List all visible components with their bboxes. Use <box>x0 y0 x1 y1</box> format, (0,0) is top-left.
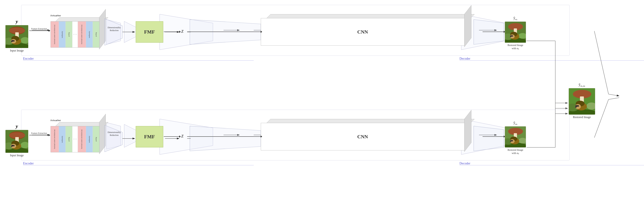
top-output-label: Restored Imagewith α₁ <box>508 44 523 50</box>
top-col4: fractional scatnet convolution (α₁) <box>81 25 83 44</box>
bottom-dim-reduction-label: Dimensionality Reduction <box>106 131 122 137</box>
bottom-decoder-label: Decoder <box>460 162 470 165</box>
svg-marker-8 <box>160 119 213 154</box>
top-col1: fractional scatnet convolution (α₁) <box>54 25 56 44</box>
svg-marker-40 <box>190 20 261 44</box>
top-feature-extraction-label: Feature Extraction <box>31 28 47 30</box>
top-z-cnn-arrow <box>187 32 261 32</box>
top-col5: nonlinearity <box>88 31 90 38</box>
bottom-encoder-line <box>23 165 254 165</box>
top-z-label: z <box>181 28 184 34</box>
top-frscatnet-container: FrScatNet fractional scatnet convolution… <box>50 14 104 49</box>
bottom-cnn-label: CNN <box>357 134 368 140</box>
svg-marker-37 <box>105 19 122 45</box>
bottom-z-label: z <box>181 132 184 139</box>
top-encoder-label: Encoder <box>23 57 34 61</box>
bottom-fmf-z-arrow <box>164 136 179 137</box>
bottom-output-label: Restored Imagewith α₂ <box>508 148 523 155</box>
svg-line-11 <box>594 99 608 138</box>
bottom-col3: pooling <box>68 137 70 141</box>
bottom-col1: fractional scatnet convolution (α₂) <box>54 129 56 149</box>
top-y-label: y <box>16 19 18 24</box>
top-feature-extraction-arrow: Feature Extraction <box>29 28 49 31</box>
bottom-col2: nonlinearity <box>62 136 63 143</box>
top-encoder-line <box>23 60 254 61</box>
svg-line-10 <box>594 31 608 94</box>
top-dim-reduction-label: Dimensionality Reduction <box>106 26 122 32</box>
top-col3: pooling <box>68 32 70 37</box>
top-col6: pooling <box>95 32 97 37</box>
bottom-z-cnn-arrow <box>187 136 261 137</box>
svg-rect-90 <box>510 140 513 141</box>
final-output-block: ŷα₁,α₂ Restored Image <box>568 83 595 119</box>
bottom-output-image <box>505 126 526 148</box>
bottom-y-label: y <box>16 123 18 129</box>
top-dots: · · · <box>73 33 77 36</box>
bottom-input-block: y Input Image <box>5 123 28 157</box>
bottom-input-image <box>5 130 28 153</box>
top-output-yhat-label: ŷα₁ <box>514 16 517 21</box>
bottom-encoder-label: Encoder <box>23 162 34 165</box>
bottom-frscatnet-title: FrScatNet <box>50 119 104 122</box>
final-output-image <box>568 88 595 115</box>
svg-rect-36 <box>11 40 14 42</box>
top-col2: nonlinearity <box>62 31 63 38</box>
top-cnn-label: CNN <box>357 29 368 35</box>
bottom-col5: nonlinearity <box>88 136 90 143</box>
top-input-block: y <box>5 19 28 52</box>
top-output-block: ŷα₁ Restored Imagewith α₁ <box>505 16 526 50</box>
top-input-image <box>5 25 28 48</box>
svg-marker-2 <box>106 20 121 44</box>
bottom-frscatnet-container: FrScatNet fractional scatnet convolution… <box>50 119 104 154</box>
final-output-label: Restored Image <box>573 116 591 119</box>
bottom-input-label: Input Image <box>10 154 24 157</box>
svg-marker-71 <box>105 125 122 152</box>
top-cnn-output-arrow <box>482 32 504 32</box>
bottom-col4: fractional scatnet convolution (α₂) <box>81 129 83 149</box>
top-frscatnet-title: FrScatNet <box>50 14 104 17</box>
bottom-fmf-box: FMF <box>136 126 163 147</box>
top-fmf-box: FMF <box>136 21 163 43</box>
svg-rect-56 <box>510 35 513 37</box>
svg-marker-4 <box>160 14 213 50</box>
bottom-col6: pooling <box>95 137 97 141</box>
top-fmf-label: FMF <box>144 29 155 35</box>
top-decoder-label: Decoder <box>460 57 470 61</box>
final-output-yhat-label: ŷα₁,α₂ <box>579 83 585 87</box>
top-fmf-z-arrow <box>164 32 179 32</box>
bottom-output-yhat-label: ŷα₂ <box>514 121 517 126</box>
top-output-image <box>505 22 526 43</box>
bottom-cnn-output-arrow <box>482 136 504 137</box>
bottom-fmf-label: FMF <box>144 134 155 140</box>
top-input-label: Input Image <box>10 49 24 52</box>
main-container: y <box>0 0 644 217</box>
top-decoder-line <box>460 60 644 61</box>
bottom-cnn-container: CNN <box>261 119 470 152</box>
bottom-feature-extraction-label: Feature Extraction <box>31 132 47 135</box>
svg-marker-74 <box>190 126 261 151</box>
bottom-feature-extraction-arrow: Feature Extraction <box>29 132 49 135</box>
svg-line-13 <box>608 98 619 99</box>
svg-line-12 <box>608 94 619 96</box>
bottom-decoder-line <box>460 165 644 165</box>
bottom-output-block: ŷα₂ Restored Imagewith α₂ <box>505 121 526 155</box>
bottom-dots: · · · <box>73 138 77 141</box>
svg-marker-42 <box>474 20 504 44</box>
svg-rect-112 <box>575 105 579 107</box>
svg-marker-76 <box>474 126 504 151</box>
svg-rect-70 <box>11 145 14 146</box>
top-cnn-container: CNN <box>261 14 470 47</box>
